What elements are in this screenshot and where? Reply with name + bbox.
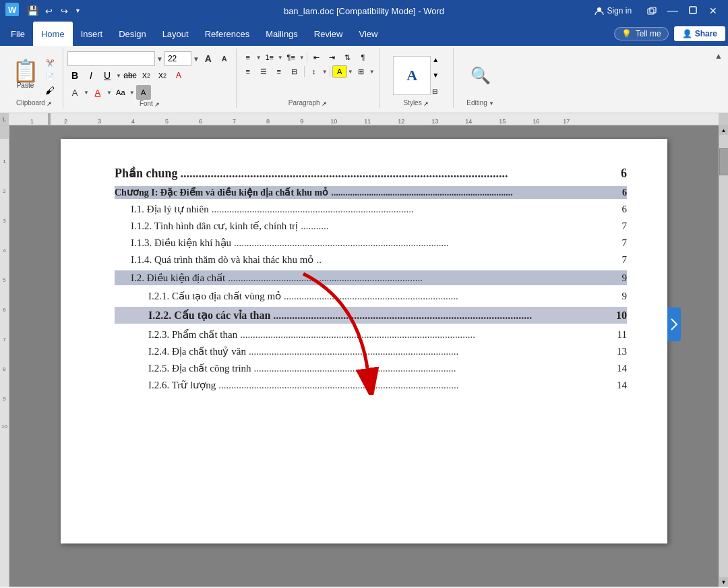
ruler-indent-marker[interactable] (48, 113, 51, 125)
font-name-input[interactable] (67, 51, 155, 66)
blue-side-tab[interactable] (667, 307, 681, 341)
tell-me-box[interactable]: 💡 Tell me (614, 27, 669, 40)
styles-expand-icon[interactable]: ↗ (423, 100, 429, 107)
numbering-button[interactable]: 1≡ (262, 51, 277, 63)
change-case-dropdown[interactable]: ▼ (129, 90, 135, 96)
multilevel-button[interactable]: ¶≡ (284, 51, 299, 63)
strikethrough-button[interactable]: abc (123, 68, 138, 83)
show-formatting-button[interactable]: ¶ (356, 51, 371, 63)
menu-design[interactable]: Design (111, 22, 154, 46)
decrease-font-size-icon[interactable]: A (217, 53, 232, 65)
text-highlight-dropdown[interactable]: ▼ (84, 90, 89, 96)
increase-indent-button[interactable]: ⇥ (325, 51, 340, 63)
shading-dropdown[interactable]: ▼ (348, 69, 353, 75)
menu-review[interactable]: Review (306, 22, 351, 46)
scroll-up-button[interactable]: ▲ (719, 125, 729, 135)
underline-dropdown-icon[interactable]: ▼ (116, 73, 121, 79)
styles-scroll-down-icon[interactable]: ▼ (432, 71, 439, 79)
toc-item-0: Phần chung .............................… (115, 166, 627, 181)
styles-label-row: Styles ↗ (384, 99, 449, 108)
clear-format-button[interactable]: A (171, 68, 186, 83)
scroll-thumb[interactable] (719, 148, 729, 175)
minimize-icon[interactable]: — (663, 3, 682, 18)
cut-button[interactable]: ✂️ (42, 57, 58, 69)
text-highlight-button[interactable]: A (67, 85, 82, 100)
font-expand-icon[interactable]: ↗ (154, 101, 160, 108)
numbering-dropdown[interactable]: ▼ (278, 55, 283, 61)
paste-button[interactable]: 📋 Paste (11, 55, 40, 95)
styles-scroll-up-icon[interactable]: ▲ (432, 56, 439, 63)
restore-icon[interactable] (685, 5, 701, 18)
font-color-dropdown[interactable]: ▼ (107, 90, 112, 96)
align-center-button[interactable]: ☰ (256, 65, 271, 78)
line-spacing-dropdown[interactable]: ▼ (322, 69, 328, 75)
close-icon[interactable]: ✕ (704, 4, 723, 18)
paragraph-row2: ≡ ☰ ≡ ⊟ ↕ ▼ A ▼ ⊞ ▼ (241, 65, 375, 78)
clipboard-expand-icon[interactable]: ↗ (47, 100, 52, 107)
borders-dropdown[interactable]: ▼ (369, 69, 375, 75)
underline-button[interactable]: U (100, 68, 115, 83)
svg-point-2 (597, 7, 601, 11)
ribbon-collapse-area: ▲ (715, 49, 723, 108)
doc-scroll-area[interactable]: Phần chung .............................… (9, 125, 719, 587)
borders-button[interactable]: ⊞ (354, 65, 369, 78)
scroll-down-button[interactable]: ▼ (719, 577, 729, 587)
right-scrollbar: ▲ ▼ (719, 125, 728, 587)
increase-font-size-icon[interactable]: A (201, 53, 216, 65)
sort-button[interactable]: ⇅ (340, 51, 355, 63)
paragraph-row1: ≡ ▼ 1≡ ▼ ¶≡ ▼ ⇤ ⇥ ⇅ ¶ (241, 51, 371, 63)
font-format-row: B I U ▼ abc X2 X2 A (67, 68, 186, 83)
left-ruler-top (0, 125, 9, 139)
menu-view[interactable]: View (351, 22, 386, 46)
undo-icon[interactable]: ↩ (45, 6, 53, 16)
font-name-dropdown-icon[interactable]: ▼ (156, 55, 163, 63)
paragraph-expand-icon[interactable]: ↗ (322, 100, 327, 107)
font-group-body: ▼ ▼ A A B I U ▼ abc X2 X2 A A (67, 51, 232, 100)
menu-layout[interactable]: Layout (154, 22, 197, 46)
multilevel-dropdown[interactable]: ▼ (299, 55, 305, 61)
change-case-button[interactable]: Aa (113, 85, 128, 100)
font-color-button[interactable]: A (90, 85, 105, 100)
menu-mailings[interactable]: Mailings (257, 22, 306, 46)
ribbon: 📋 Paste ✂️ 📄 🖌 Clipboard ↗ (0, 46, 728, 113)
toc-item-7: I.2.1. Cấu tạo địa chất vùng mỏ ........… (115, 290, 627, 302)
format-painter-button[interactable]: 🖌 (42, 84, 58, 96)
menu-file[interactable]: File (3, 22, 33, 46)
save-icon[interactable]: 💾 (27, 5, 38, 16)
bold-button[interactable]: B (67, 68, 82, 83)
char-shading-button[interactable]: A (136, 85, 151, 100)
font-size-input[interactable] (164, 51, 191, 66)
ribbon-section: 📋 Paste ✂️ 📄 🖌 Clipboard ↗ (5, 49, 723, 108)
ruler-left-corner[interactable]: L (0, 113, 9, 125)
menu-home[interactable]: Home (33, 22, 73, 46)
editing-button[interactable]: 🔍 (470, 61, 491, 90)
italic-button[interactable]: I (84, 68, 98, 83)
copy-button[interactable]: 📄 (42, 71, 58, 83)
ribbon-collapse-icon[interactable]: ▲ (715, 51, 723, 61)
share-button[interactable]: 👤 Share (674, 26, 725, 41)
font-size-dropdown-icon[interactable]: ▼ (193, 55, 200, 63)
line-spacing-button[interactable]: ↕ (307, 65, 322, 78)
font-label-row: Font ↗ (67, 100, 232, 109)
redo-icon[interactable]: ↪ (61, 6, 68, 16)
left-ruler-numbers: 1 2 3 4 5 6 7 8 9 10 (0, 139, 9, 587)
clipboard-group-body: 📋 Paste ✂️ 📄 🖌 (11, 51, 58, 99)
qat-dropdown-icon[interactable]: ▼ (75, 7, 81, 14)
restore-down-icon[interactable] (643, 5, 661, 16)
sign-in-button[interactable]: Sign in (595, 6, 632, 16)
bullets-dropdown[interactable]: ▼ (256, 55, 262, 61)
justify-button[interactable]: ⊟ (287, 65, 302, 78)
editing-dropdown-icon[interactable]: ▼ (489, 100, 494, 107)
scroll-track[interactable] (719, 135, 729, 577)
superscript-button[interactable]: X2 (155, 68, 170, 83)
styles-gallery[interactable]: A (393, 56, 431, 95)
align-left-button[interactable]: ≡ (241, 65, 255, 78)
menu-insert[interactable]: Insert (73, 22, 111, 46)
align-right-button[interactable]: ≡ (272, 65, 286, 78)
styles-more-icon[interactable]: ⊟ (432, 88, 439, 95)
shading-button[interactable]: A (332, 65, 347, 78)
subscript-button[interactable]: X2 (139, 68, 154, 83)
bullets-button[interactable]: ≡ (241, 51, 255, 63)
menu-references[interactable]: References (197, 22, 257, 46)
decrease-indent-button[interactable]: ⇤ (309, 51, 324, 63)
